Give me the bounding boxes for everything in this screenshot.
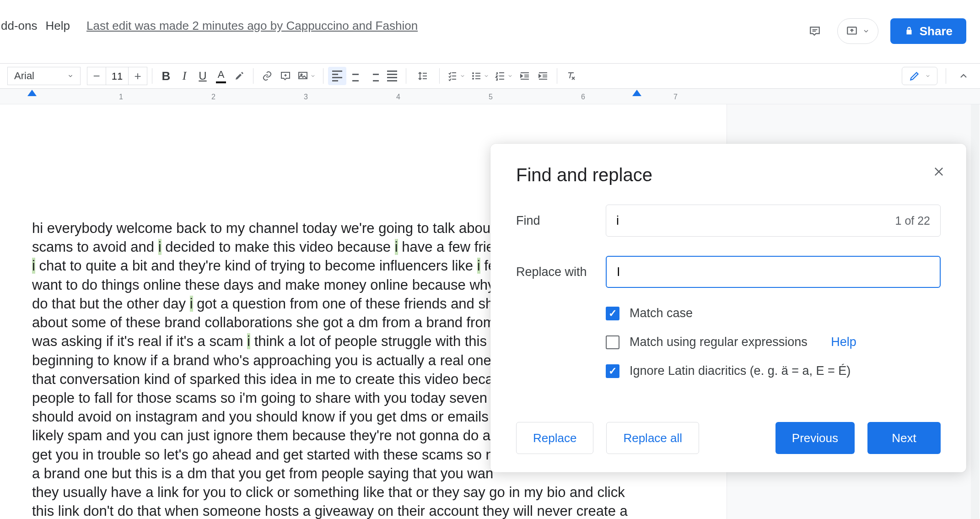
text: a brand one but this is a dm that you ge… [32, 465, 493, 481]
align-left-button[interactable] [328, 67, 346, 85]
replace-all-button[interactable]: Replace all [606, 422, 699, 454]
previous-button[interactable]: Previous [775, 422, 855, 454]
chevron-down-icon [67, 73, 74, 79]
match-case-label: Match case [630, 306, 693, 320]
line-spacing-button[interactable] [411, 67, 435, 85]
close-button[interactable] [932, 164, 945, 182]
insert-image-button[interactable] [295, 67, 318, 85]
bulleted-list-button[interactable] [468, 67, 492, 85]
find-highlight: i [190, 296, 193, 312]
separator [439, 68, 440, 84]
font-size-value[interactable]: 11 [106, 67, 129, 85]
text: should avoid on instagram and you should… [32, 409, 489, 425]
regex-help-link[interactable]: Help [831, 335, 856, 349]
italic-button[interactable]: I [175, 67, 194, 85]
find-highlight: i [158, 239, 162, 255]
highlight-button[interactable] [230, 67, 248, 85]
replace-input[interactable] [617, 265, 930, 279]
find-highlight: i [395, 239, 398, 255]
add-comment-button[interactable] [276, 67, 295, 85]
regex-checkbox[interactable] [606, 335, 619, 349]
vertical-scrollbar[interactable] [971, 104, 979, 519]
font-family-select[interactable]: Arial [7, 67, 81, 85]
editing-mode-button[interactable] [902, 67, 937, 85]
pencil-icon [909, 70, 921, 82]
clear-format-icon [565, 70, 576, 81]
text: decided to make this video because [165, 239, 391, 255]
regex-option: Match using regular expressions Help [606, 335, 941, 349]
svg-point-5 [472, 78, 474, 80]
increase-indent-button[interactable] [534, 67, 552, 85]
align-justify-icon [387, 70, 397, 81]
svg-point-4 [472, 75, 474, 77]
separator [406, 68, 406, 84]
chevron-down-icon [484, 73, 489, 79]
checklist-icon [447, 70, 458, 81]
left-indent-marker[interactable] [27, 90, 37, 96]
present-icon [846, 25, 858, 37]
numbered-list-button[interactable] [492, 67, 516, 85]
separator [557, 68, 557, 84]
toolbar: Arial − 11 + B I U A [0, 63, 980, 89]
comment-icon [809, 25, 821, 37]
underline-button[interactable]: U [194, 67, 212, 85]
find-highlight: i [477, 258, 480, 274]
text: want to do things online these days and … [32, 277, 495, 293]
align-justify-button[interactable] [383, 67, 401, 85]
decrease-indent-button[interactable] [516, 67, 534, 85]
text: get you in trouble so let's go ahead and… [32, 447, 494, 463]
right-indent-marker[interactable] [632, 90, 641, 96]
text: have a few frie [402, 239, 494, 255]
bold-button[interactable]: B [157, 67, 175, 85]
clear-formatting-button[interactable] [562, 67, 580, 85]
line-spacing-icon [417, 70, 428, 81]
menu-addons[interactable]: dd-ons [1, 19, 38, 33]
collapse-toolbar-button[interactable] [954, 67, 973, 85]
share-button[interactable]: Share [890, 18, 966, 44]
open-comments-button[interactable] [804, 21, 825, 42]
text-color-button[interactable]: A [212, 67, 230, 85]
find-row: Find 1 of 22 [516, 205, 941, 237]
separator [152, 68, 152, 84]
diacritics-label: Ignore Latin diacritics (e. g. ä = a, E … [630, 364, 851, 378]
text: got a question from one of these friends… [197, 296, 493, 312]
diacritics-option: ✓ Ignore Latin diacritics (e. g. ä = a, … [606, 364, 941, 378]
svg-point-3 [472, 72, 474, 74]
present-button[interactable] [837, 18, 878, 44]
find-replace-dialog: Find and replace Find 1 of 22 Replace wi… [490, 144, 966, 472]
link-icon [262, 70, 273, 81]
match-case-option: ✓ Match case [606, 306, 941, 320]
diacritics-checkbox[interactable]: ✓ [606, 364, 619, 378]
indent-icon [538, 70, 549, 81]
match-case-checkbox[interactable]: ✓ [606, 307, 619, 320]
menu-bar: dd-ons Help [0, 19, 70, 33]
text: scams to avoid and [32, 239, 154, 255]
regex-label: Match using regular expressions [630, 335, 808, 349]
ruler[interactable]: 1 2 3 4 5 6 7 [0, 89, 980, 104]
bullet-list-icon [471, 70, 482, 81]
align-right-button[interactable] [365, 67, 383, 85]
font-size-increase[interactable]: + [129, 67, 147, 85]
find-input[interactable] [616, 214, 890, 228]
toolbar-right [902, 67, 977, 85]
align-center-button[interactable] [346, 67, 365, 85]
next-button[interactable]: Next [867, 422, 941, 454]
chevron-down-icon [507, 73, 513, 79]
last-edit-link[interactable]: Last edit was made 2 minutes ago by Capp… [86, 19, 418, 33]
find-highlight: i [247, 333, 250, 349]
dialog-title: Find and replace [516, 165, 941, 185]
replace-button[interactable]: Replace [516, 422, 593, 454]
insert-link-button[interactable] [258, 67, 276, 85]
text: about some of these brand collaborations… [32, 314, 495, 330]
svg-rect-7 [475, 76, 480, 76]
text: likely spam and you can just ignore them… [32, 427, 490, 443]
close-icon [932, 165, 945, 178]
font-size-decrease[interactable]: − [87, 67, 106, 85]
checklist-button[interactable] [444, 67, 468, 85]
options: ✓ Match case Match using regular express… [606, 306, 941, 378]
find-highlight: i [32, 258, 35, 274]
text: that conversation kind of sparked this i… [32, 371, 493, 387]
chevron-down-icon [925, 73, 931, 79]
add-comment-icon [280, 70, 291, 81]
menu-help[interactable]: Help [46, 19, 70, 33]
